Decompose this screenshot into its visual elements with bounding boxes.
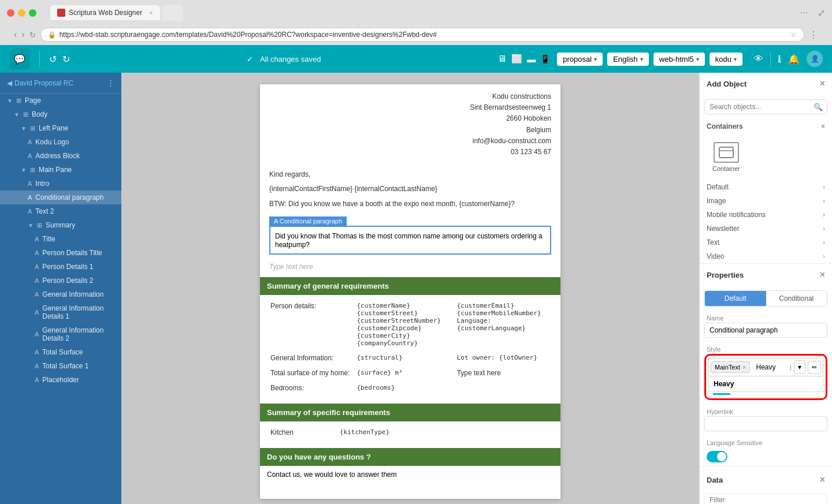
browser-tab[interactable]: Scriptura Web Designer × — [50, 5, 160, 20]
nav-reload[interactable]: ↻ — [29, 31, 36, 39]
tablet-landscape-icon[interactable]: ▬ — [527, 54, 536, 64]
browser-menu-icon[interactable]: ⋮ — [809, 29, 818, 40]
info-icon[interactable]: ℹ — [778, 54, 781, 65]
summary2-header: Summary of specific requirements — [260, 404, 560, 421]
style-tag-remove[interactable]: × — [742, 364, 746, 371]
traffic-green[interactable] — [29, 9, 36, 17]
language-sensitive-toggle[interactable] — [707, 451, 727, 462]
tree-item-person-details-title[interactable]: A Person Details Title — [0, 246, 121, 260]
search-icon: 🔍 — [814, 103, 823, 111]
tree-item-total-surface-1[interactable]: A Total Surface 1 — [0, 359, 121, 373]
preview-icon[interactable]: 👁 — [754, 54, 763, 64]
data-close-icon[interactable]: × — [820, 475, 825, 485]
kitchen-col1: {kitchenType} — [336, 426, 530, 439]
properties-section: Properties × Default Conditional Name St… — [700, 264, 832, 466]
mobile-icon[interactable]: 📱 — [540, 54, 550, 64]
tab-close-icon[interactable]: × — [149, 9, 153, 16]
tree-item-address-block[interactable]: A Address Block — [0, 149, 121, 163]
url-bar[interactable]: 🔒 https://wbd-stab.scripturaengage.com/t… — [40, 28, 804, 42]
bookmark-icon[interactable]: ☆ — [790, 31, 797, 39]
tablet-icon[interactable]: ⬜ — [511, 54, 522, 64]
style-dropdown-item[interactable]: Heavy — [708, 376, 823, 392]
name-input[interactable] — [704, 323, 827, 338]
properties-close-icon[interactable]: × — [820, 270, 825, 280]
user-dropdown[interactable]: kodu ▾ — [710, 53, 742, 66]
conditional-content: Did you know that Thomas is the most com… — [269, 226, 551, 255]
general-info-col2: Lot owner: {lotOwner} — [454, 349, 554, 364]
user-avatar[interactable]: 👤 — [807, 51, 823, 67]
traffic-red[interactable] — [7, 9, 14, 17]
notification-icon[interactable]: 🔔 — [788, 54, 800, 65]
intro-text[interactable]: Kind regards, {internalContactFirstName}… — [260, 165, 560, 214]
style-arrow-default: › — [823, 183, 825, 191]
tree-item-text2[interactable]: A Text 2 — [0, 204, 121, 218]
tree-item-general-info[interactable]: A General Information — [0, 288, 121, 301]
right-panel: Add Object × 🔍 Containers × — [699, 73, 832, 504]
style-indicator-bar — [713, 393, 730, 395]
summary3-header: Do you have any questions ? — [260, 448, 560, 466]
redo-icon[interactable]: ↻ — [62, 54, 70, 65]
style-row-video[interactable]: Video › — [700, 249, 832, 263]
header-line-2: Sint Bernardsesteenweg 1 — [269, 102, 551, 113]
proposal-dropdown[interactable]: proposal ▾ — [557, 53, 603, 66]
general-info-label: General Information: — [267, 349, 353, 364]
undo-icon[interactable]: ↺ — [49, 54, 57, 65]
sidebar-menu-icon[interactable]: ⋮ — [107, 79, 114, 87]
tree-item-left-pane[interactable]: ▼ ⊞ Left Pane — [0, 121, 121, 135]
style-row-image[interactable]: Image › — [700, 194, 832, 208]
canvas-area: Kodu constructions Sint Bernardsesteenwe… — [121, 73, 699, 504]
format-dropdown[interactable]: web-html5 ▾ — [653, 53, 705, 66]
browser-minimize[interactable]: ⋯ — [800, 8, 808, 17]
style-row-mobile[interactable]: Mobile notifications › — [700, 208, 832, 222]
summary-section-2: Summary of specific requirements Kitchen… — [260, 404, 560, 443]
style-dropdown-btn[interactable]: ▾ — [794, 360, 805, 374]
tree-item-summary[interactable]: ▼ ⊞ Summary — [0, 218, 121, 232]
tree-item-main-pane[interactable]: ▼ ⊞ Main Pane — [0, 163, 121, 177]
summary-section-3: Do you have any questions ? Contact us, … — [260, 448, 560, 483]
tree-item-conditional[interactable]: A Conditional paragraph — [0, 191, 121, 204]
total-surface-label: Total surface of my home: — [267, 364, 353, 379]
language-dropdown[interactable]: English ▾ — [607, 53, 649, 66]
chat-icon[interactable]: 💬 — [9, 48, 30, 69]
hyperlink-input[interactable] — [704, 416, 827, 431]
tree-item-person-details-1[interactable]: A Person Details 1 — [0, 260, 121, 274]
tree-item-total-surface[interactable]: A Total Surface — [0, 345, 121, 359]
person-details-label: Person details: — [267, 300, 353, 349]
tree-item-body[interactable]: ▼ ⊞ Body — [0, 107, 121, 121]
search-objects-input[interactable] — [704, 99, 827, 114]
tree-item-intro[interactable]: A Intro — [0, 177, 121, 191]
tree-item-person-details-2[interactable]: A Person Details 2 — [0, 274, 121, 288]
style-row-text[interactable]: Text › — [700, 236, 832, 249]
sidebar-back-btn[interactable]: ◀ David Proposal RC — [7, 79, 73, 87]
nav-forward[interactable]: › — [21, 29, 24, 40]
header-line-1: Kodu constructions — [269, 91, 551, 102]
tab-default[interactable]: Default — [705, 291, 766, 306]
style-text-input[interactable] — [752, 361, 788, 374]
filter-input[interactable] — [704, 493, 827, 504]
conditional-label: A Conditional paragraph — [269, 216, 347, 226]
containers-close-icon[interactable]: × — [821, 122, 825, 130]
tree-item-general-info-details-1[interactable]: A General Information Details 1 — [0, 301, 121, 323]
container-icon[interactable]: Container — [707, 136, 746, 178]
properties-tabs: Default Conditional — [704, 290, 827, 307]
browser-fullscreen[interactable]: ⤢ — [818, 8, 825, 18]
tree-item-general-info-details-2[interactable]: A General Information Details 2 — [0, 323, 121, 345]
tree-item-placeholder[interactable]: A Placeholder — [0, 373, 121, 387]
style-row-newsletter[interactable]: Newsletter › — [700, 222, 832, 236]
traffic-yellow[interactable] — [18, 9, 25, 17]
general-info-col1: {structural} — [353, 349, 453, 364]
nav-back[interactable]: ‹ — [14, 29, 17, 40]
desktop-icon[interactable]: 🖥 — [497, 54, 507, 64]
add-object-close-icon[interactable]: × — [820, 79, 825, 89]
style-row-default[interactable]: Default › — [700, 180, 832, 194]
person-details-col2: {customerEmail}{customerMobileNumber}Lan… — [454, 300, 554, 349]
conditional-block[interactable]: A Conditional paragraph Did you know tha… — [269, 216, 551, 255]
sidebar-header: ◀ David Proposal RC ⋮ — [0, 73, 121, 94]
tree-item-kodu-logo[interactable]: A Kodu Logo — [0, 135, 121, 149]
tree-item-title[interactable]: A Title — [0, 232, 121, 246]
tab-conditional[interactable]: Conditional — [766, 291, 827, 306]
type-text-area[interactable]: Type text here — [260, 257, 560, 277]
style-edit-btn[interactable]: ✏ — [808, 361, 821, 374]
tree-item-page[interactable]: ▼ ⊞ Page — [0, 94, 121, 107]
app-layout: ◀ David Proposal RC ⋮ ▼ ⊞ Page ▼ ⊞ Body … — [0, 73, 832, 504]
